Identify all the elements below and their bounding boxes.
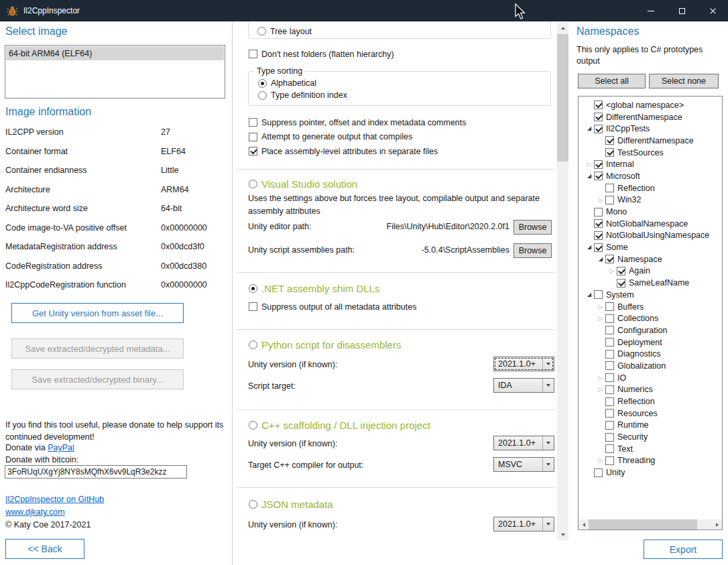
checkbox-icon[interactable] xyxy=(249,118,257,127)
namespace-checkbox[interactable] xyxy=(594,468,603,477)
tree-item[interactable]: System xyxy=(585,289,722,301)
tree-item[interactable]: <global namespace> xyxy=(585,99,722,111)
tree-item[interactable]: NotGlobalUsingNamespace xyxy=(585,230,722,242)
tree-item[interactable]: Win32 xyxy=(585,194,722,206)
option-checkbox[interactable]: Place assembly-level attributes in separ… xyxy=(249,144,467,159)
tree-item[interactable]: Text xyxy=(585,443,722,455)
namespace-checkbox[interactable] xyxy=(594,160,603,169)
namespace-checkbox[interactable] xyxy=(594,208,603,216)
type-sorting-radio[interactable]: Alphabetical xyxy=(258,77,347,89)
expander-icon[interactable] xyxy=(585,290,594,300)
namespace-checkbox[interactable] xyxy=(594,113,603,121)
expander-icon[interactable] xyxy=(596,302,605,312)
tree-item[interactable]: Internal xyxy=(585,158,722,170)
get-unity-version-button[interactable]: Get Unity version from asset file... xyxy=(11,303,184,323)
scroll-up-arrow-icon[interactable] xyxy=(557,22,568,34)
github-link[interactable]: Il2CppInspector on GitHub xyxy=(5,495,104,504)
namespace-checkbox[interactable] xyxy=(594,231,603,240)
tree-item[interactable]: DifferentNamespace xyxy=(585,111,722,123)
tree-item[interactable]: Mono xyxy=(585,206,722,218)
namespace-checkbox[interactable] xyxy=(594,290,603,299)
expander-icon[interactable] xyxy=(585,172,594,181)
scroll-right-arrow-icon[interactable] xyxy=(712,519,722,529)
shim-radio-icon[interactable] xyxy=(249,284,257,293)
select-none-button[interactable]: Select none xyxy=(649,74,719,88)
maximize-button[interactable] xyxy=(666,0,697,21)
browse-editor-path-button[interactable]: Browse xyxy=(513,220,552,235)
flatten-checkbox-icon[interactable] xyxy=(249,50,257,58)
paypal-link[interactable]: PayPal xyxy=(48,443,74,452)
tree-item[interactable]: NotGlobalNamespace xyxy=(585,218,722,230)
namespace-checkbox[interactable] xyxy=(605,361,614,370)
cpp-unity-version-dropdown[interactable]: 2021.1.0+ xyxy=(493,436,554,450)
tree-item[interactable]: Reflection xyxy=(585,395,722,407)
scroll-left-arrow-icon[interactable] xyxy=(579,519,589,529)
tree-item[interactable]: Reflection xyxy=(585,182,722,194)
chevron-down-icon[interactable] xyxy=(542,357,554,371)
tree-item[interactable]: Resources xyxy=(585,407,722,420)
options-vertical-scrollbar[interactable] xyxy=(557,22,568,540)
namespace-checkbox[interactable] xyxy=(605,421,614,430)
select-all-button[interactable]: Select all xyxy=(578,74,646,88)
checkbox-icon[interactable] xyxy=(249,147,257,155)
tree-layout-radio-icon[interactable] xyxy=(257,27,266,36)
namespace-checkbox[interactable] xyxy=(617,267,625,275)
tree-item[interactable]: DifferentNamespace xyxy=(585,135,722,147)
shim-dlls-radio[interactable]: .NET assembly shim DLLs xyxy=(249,281,379,296)
json-unity-version-dropdown[interactable]: 2021.1.0+ xyxy=(493,517,554,531)
export-button[interactable]: Export xyxy=(644,540,723,559)
scrollbar-thumb[interactable] xyxy=(589,519,697,529)
tree-item[interactable]: Again xyxy=(585,265,722,277)
tree-item[interactable]: Buffers xyxy=(585,301,722,313)
back-button[interactable]: << Back xyxy=(5,539,84,559)
expander-icon[interactable] xyxy=(596,314,605,323)
option-checkbox[interactable]: Suppress pointer, offset and index metad… xyxy=(249,115,467,130)
checkbox-icon[interactable] xyxy=(249,133,257,141)
tree-item[interactable]: Deployment xyxy=(585,336,722,349)
namespace-checkbox[interactable] xyxy=(594,219,603,228)
namespace-checkbox[interactable] xyxy=(605,373,614,382)
tree-item[interactable]: Runtime xyxy=(585,420,722,432)
cpp-radio-icon[interactable] xyxy=(249,421,257,430)
chevron-down-icon[interactable] xyxy=(542,458,554,471)
image-list-item[interactable]: 64-bit ARM64 (ELF64) xyxy=(6,46,224,60)
browse-assemblies-path-button[interactable]: Browse xyxy=(513,243,552,258)
namespace-checkbox[interactable] xyxy=(605,385,614,394)
expander-icon[interactable] xyxy=(596,456,605,465)
chevron-down-icon[interactable] xyxy=(542,379,554,392)
expander-icon[interactable] xyxy=(596,255,605,264)
tree-item[interactable]: Security xyxy=(585,431,722,443)
namespace-checkbox[interactable] xyxy=(605,433,614,442)
namespace-checkbox[interactable] xyxy=(605,136,614,145)
tree-item[interactable]: Namespace xyxy=(585,253,722,265)
python-unity-version-dropdown[interactable]: 2021.1.0+ xyxy=(493,357,554,371)
suppress-metadata-attributes-checkbox[interactable]: Suppress output of all metadata attribut… xyxy=(249,300,416,314)
namespace-checkbox[interactable] xyxy=(605,255,614,263)
cpp-scaffolding-radio[interactable]: C++ scaffolding / DLL injection project xyxy=(249,418,430,432)
namespace-checkbox[interactable] xyxy=(605,456,614,465)
vs-radio-icon[interactable] xyxy=(249,180,257,188)
namespace-checkbox[interactable] xyxy=(594,101,603,109)
namespace-checkbox[interactable] xyxy=(605,196,614,204)
namespace-checkbox[interactable] xyxy=(605,409,614,418)
expander-icon[interactable] xyxy=(596,195,605,204)
namespace-checkbox[interactable] xyxy=(605,444,614,453)
namespace-checkbox[interactable] xyxy=(617,279,625,288)
tree-item[interactable]: Configuration xyxy=(585,324,722,336)
tree-item[interactable]: Threading xyxy=(585,455,722,467)
tree-layout-radio[interactable]: Tree layout xyxy=(257,24,312,39)
tree-item[interactable]: Globalization xyxy=(585,360,722,372)
namespace-checkbox[interactable] xyxy=(605,397,614,406)
close-button[interactable] xyxy=(697,0,728,21)
vs-solution-radio[interactable]: Visual Studio solution xyxy=(249,176,357,191)
python-script-radio[interactable]: Python script for disassemblers xyxy=(249,337,401,352)
namespace-checkbox[interactable] xyxy=(594,243,603,252)
expander-icon[interactable] xyxy=(596,373,605,383)
flatten-hierarchy-checkbox[interactable]: Don't nest folders (flatten hierarchy) xyxy=(249,47,394,62)
chevron-down-icon[interactable] xyxy=(542,436,554,450)
json-metadata-radio[interactable]: JSON metadata xyxy=(249,497,333,511)
tree-horizontal-scrollbar[interactable] xyxy=(579,519,722,529)
chevron-down-icon[interactable] xyxy=(542,517,554,531)
bitcoin-address-input[interactable] xyxy=(5,465,187,479)
tree-item[interactable]: Il2CppTests xyxy=(585,123,722,135)
